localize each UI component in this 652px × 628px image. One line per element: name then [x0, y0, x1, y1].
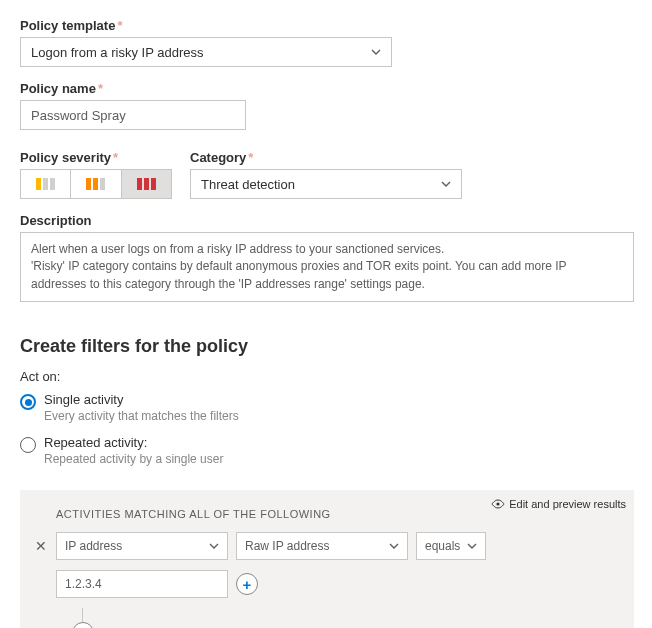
policy-name-value: Password Spray: [31, 108, 126, 123]
preview-label: Edit and preview results: [509, 498, 626, 510]
chevron-down-icon: [209, 541, 219, 551]
category-select[interactable]: Threat detection: [190, 169, 462, 199]
radio-icon: [20, 394, 36, 410]
chevron-down-icon: [371, 47, 381, 57]
edit-preview-results-link[interactable]: Edit and preview results: [491, 498, 626, 510]
radio-icon: [20, 437, 36, 453]
description-line-1: Alert when a user logs on from a risky I…: [31, 241, 623, 258]
label-policy-severity: Policy severity*: [20, 150, 172, 165]
eye-icon: [491, 499, 505, 509]
chevron-down-icon: [441, 179, 451, 189]
required-asterisk: *: [98, 81, 103, 96]
radio-single-title: Single activity: [44, 392, 239, 407]
radio-repeated-activity[interactable]: Repeated activity: Repeated activity by …: [20, 435, 632, 466]
section-heading-filters: Create filters for the policy: [20, 336, 632, 357]
chevron-down-icon: [389, 541, 399, 551]
severity-medium-button[interactable]: [71, 170, 121, 198]
filter-field-select[interactable]: IP address: [56, 532, 228, 560]
radio-repeated-sub: Repeated activity by a single user: [44, 452, 223, 466]
policy-name-input[interactable]: Password Spray: [20, 100, 246, 130]
filter-subfield-select[interactable]: Raw IP address: [236, 532, 408, 560]
label-category: Category*: [190, 150, 462, 165]
required-asterisk: *: [248, 150, 253, 165]
filter-value-text: 1.2.3.4: [65, 577, 102, 591]
description-line-2: 'Risky' IP category contains by default …: [31, 258, 623, 293]
chevron-down-icon: [467, 541, 477, 551]
filter-subfield-value: Raw IP address: [245, 539, 330, 553]
filter-value-input[interactable]: 1.2.3.4: [56, 570, 228, 598]
label-policy-template: Policy template*: [20, 18, 632, 33]
add-value-button[interactable]: +: [236, 573, 258, 595]
severity-low-button[interactable]: [21, 170, 71, 198]
filter-operator-select[interactable]: equals: [416, 532, 486, 560]
label-act-on: Act on:: [20, 369, 632, 384]
severity-high-button[interactable]: [122, 170, 171, 198]
description-textarea[interactable]: Alert when a user logs on from a risky I…: [20, 232, 634, 302]
filter-connector-line: [82, 608, 620, 622]
radio-repeated-title: Repeated activity:: [44, 435, 223, 450]
required-asterisk: *: [113, 150, 118, 165]
filter-field-value: IP address: [65, 539, 122, 553]
remove-filter-button[interactable]: ✕: [34, 538, 48, 554]
policy-template-value: Logon from a risky IP address: [31, 45, 203, 60]
filter-operator-value: equals: [425, 539, 460, 553]
filter-panel: Edit and preview results ACTIVITIES MATC…: [20, 490, 634, 628]
radio-single-activity[interactable]: Single activity Every activity that matc…: [20, 392, 632, 423]
label-description: Description: [20, 213, 632, 228]
policy-template-select[interactable]: Logon from a risky IP address: [20, 37, 392, 67]
policy-severity-group: [20, 169, 172, 199]
radio-single-sub: Every activity that matches the filters: [44, 409, 239, 423]
required-asterisk: *: [117, 18, 122, 33]
add-filter-button[interactable]: +: [72, 622, 94, 628]
label-policy-name: Policy name*: [20, 81, 632, 96]
svg-point-0: [497, 503, 500, 506]
category-value: Threat detection: [201, 177, 295, 192]
